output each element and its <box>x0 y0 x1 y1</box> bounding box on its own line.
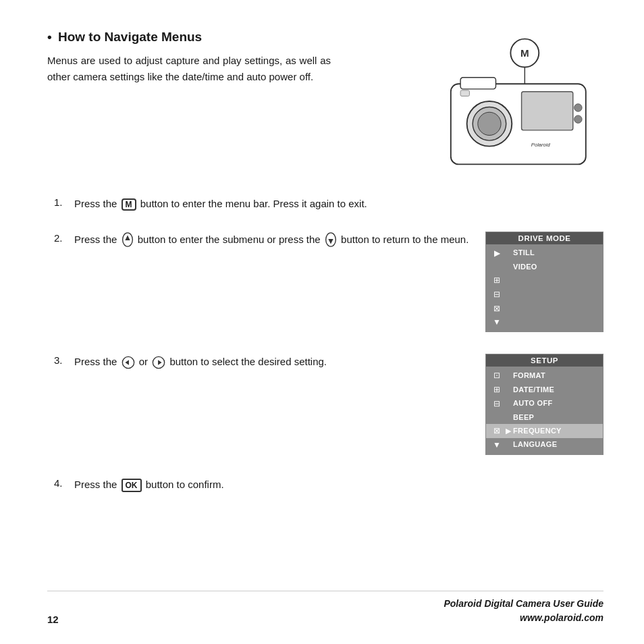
step-2-num: 2. <box>54 232 74 244</box>
camera-illustration: M Polaroid <box>408 34 597 169</box>
setup-freq-arrow: ▶ <box>504 426 513 436</box>
setup-lang-label: LANGUAGE <box>513 439 599 450</box>
step-3: 3. Press the or button to select the des… <box>54 354 472 371</box>
drive-mode-row-5: ⊠ <box>486 302 603 316</box>
camera-diagram: M Polaroid <box>401 27 603 176</box>
setup-datetime-label: DATE/TIME <box>513 385 599 395</box>
page: • How to Navigate Menus Menus are used t… <box>0 0 644 644</box>
footer-brand: Polaroid Digital Camera User Guide www.p… <box>444 597 603 625</box>
drive-mode-header: DRIVE MODE <box>486 232 603 244</box>
step-3-text-b: button to select the desired setting. <box>169 356 327 367</box>
title-text: How to Navigate Menus <box>58 30 202 44</box>
step-1-text-before: Press the <box>74 198 117 209</box>
down-button-icon <box>325 232 337 247</box>
drive-still-label: STILL <box>513 248 599 258</box>
setup-freq-label: FREQUENCY <box>513 426 599 436</box>
step-3-num: 3. <box>54 354 74 366</box>
setup-row-lang: ▼ LANGUAGE <box>486 438 603 452</box>
drive-video-label: VIDEO <box>513 262 599 272</box>
drive-mode-panel-box: DRIVE MODE ▶ STILL VIDEO <box>485 232 603 332</box>
drive-icon-5: ⊠ <box>490 303 504 315</box>
step-1-content: Press the M button to enter the menu bar… <box>74 196 603 213</box>
svg-text:M: M <box>520 47 529 59</box>
drive-icon-6: ▼ <box>490 317 504 328</box>
left-button-icon <box>122 356 135 369</box>
drive-mode-row-4: ⊟ <box>486 288 603 302</box>
section-title: • How to Navigate Menus <box>47 27 331 47</box>
setup-beep-label: BEEP <box>513 412 599 423</box>
step-4: 4. Press the OK button to confirm. <box>54 477 603 493</box>
step-4-num: 4. <box>54 477 74 489</box>
step-2-text-a: Press the <box>74 234 120 245</box>
setup-row-format: ⊡ FORMAT <box>486 369 603 383</box>
step-3-content: Press the or button to select the desire… <box>74 354 472 371</box>
setup-datetime-icon: ⊞ <box>490 384 504 396</box>
step-2-pair: 2. Press the button to enter the submenu… <box>54 232 603 332</box>
setup-body: ⊡ FORMAT ⊞ DATE/TIME ⊟ AUTO OFF <box>486 367 603 454</box>
footer: 12 Polaroid Digital Camera User Guide ww… <box>47 591 603 625</box>
drive-icon-3: ⊞ <box>490 275 504 286</box>
drive-mode-row-6: ▼ <box>486 315 603 329</box>
step-4-content: Press the OK button to confirm. <box>74 477 603 493</box>
setup-lang-icon: ▼ <box>490 439 504 451</box>
up-button-icon <box>122 232 134 247</box>
page-number: 12 <box>47 614 59 625</box>
svg-rect-8 <box>522 92 573 130</box>
drive-still-icon: ▶ <box>490 248 504 259</box>
step-3-text-a: Press the <box>74 356 120 367</box>
setup-row-freq: ⊠ ▶ FREQUENCY <box>486 424 603 438</box>
svg-rect-12 <box>460 90 469 97</box>
step-2: 2. Press the button to enter the submenu… <box>54 232 472 248</box>
svg-text:Polaroid: Polaroid <box>531 142 551 148</box>
setup-panel-box: SETUP ⊡ FORMAT ⊞ DATE/TIME <box>485 354 603 454</box>
setup-autooff-icon: ⊟ <box>490 398 504 410</box>
drive-icon-4: ⊟ <box>490 289 504 300</box>
step-3-or: or <box>139 356 148 367</box>
top-section: • How to Navigate Menus Menus are used t… <box>47 27 603 176</box>
setup-format-label: FORMAT <box>513 371 599 381</box>
bullet-icon: • <box>47 30 52 44</box>
svg-point-7 <box>478 112 501 135</box>
step-4-text-b: button to confirm. <box>146 479 224 490</box>
setup-panel: SETUP ⊡ FORMAT ⊞ DATE/TIME <box>485 354 603 454</box>
drive-mode-row-still: ▶ STILL <box>486 246 603 261</box>
intro-block: • How to Navigate Menus Menus are used t… <box>47 27 331 85</box>
intro-paragraph: Menus are used to adjust capture and pla… <box>47 53 331 85</box>
setup-row-beep: BEEP <box>486 411 603 424</box>
ok-button-icon: OK <box>122 479 142 492</box>
svg-point-10 <box>574 115 582 123</box>
right-button-icon <box>152 356 165 369</box>
footer-brand-line2: www.polaroid.com <box>444 611 603 625</box>
setup-row-autooff: ⊟ AUTO OFF <box>486 397 603 411</box>
steps-container: 1. Press the M button to enter the menu … <box>47 196 603 493</box>
drive-mode-panel: DRIVE MODE ▶ STILL VIDEO <box>485 232 603 332</box>
setup-row-datetime: ⊞ DATE/TIME <box>486 383 603 397</box>
setup-header: SETUP <box>486 354 603 367</box>
step-2-text-b: button to enter the submenu or press the <box>138 234 323 245</box>
footer-brand-line1: Polaroid Digital Camera User Guide <box>444 597 603 611</box>
step-1-text-after: button to enter the menu bar. Press it a… <box>140 198 367 209</box>
drive-mode-row-video: VIDEO <box>486 261 603 273</box>
svg-point-9 <box>574 104 582 111</box>
step-2-content: Press the button to enter the submenu or… <box>74 232 472 248</box>
step-1: 1. Press the M button to enter the menu … <box>54 196 603 213</box>
m-button-icon: M <box>122 198 136 211</box>
setup-autooff-label: AUTO OFF <box>513 398 599 408</box>
svg-rect-4 <box>460 78 495 89</box>
setup-freq-icon: ⊠ <box>490 425 504 437</box>
step-2-text-c: button to return to the meun. <box>341 234 468 245</box>
setup-format-icon: ⊡ <box>490 370 504 381</box>
step-4-text-a: Press the <box>74 479 120 490</box>
drive-mode-row-3: ⊞ <box>486 273 603 288</box>
drive-mode-body: ▶ STILL VIDEO ⊞ <box>486 244 603 331</box>
step-1-num: 1. <box>54 196 74 208</box>
step-3-pair: 3. Press the or button to select the des… <box>54 354 603 454</box>
